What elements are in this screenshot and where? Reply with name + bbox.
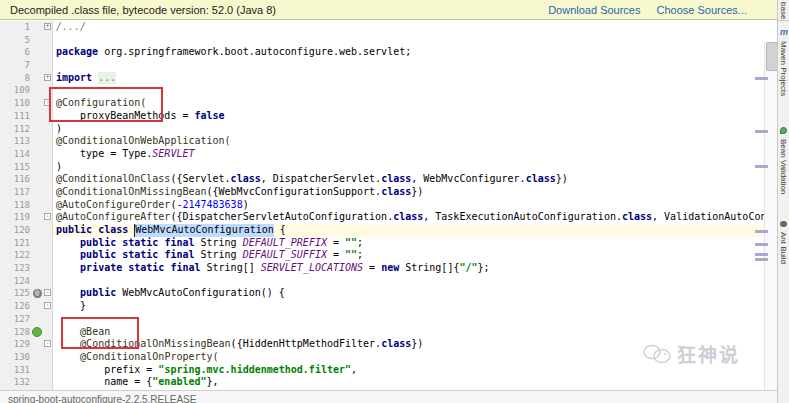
fold-box-icon[interactable]: - bbox=[44, 340, 51, 347]
code-token: String[] bbox=[201, 262, 261, 275]
code-line-8[interactable]: 8+import ... bbox=[0, 72, 764, 85]
vertical-scrollbar[interactable] bbox=[764, 42, 777, 390]
code-token: ; bbox=[357, 249, 363, 262]
watermark-logo-icon bbox=[642, 343, 672, 365]
line-number: 132 bbox=[0, 376, 30, 389]
code-token: String[]{ bbox=[399, 262, 459, 275]
breadcrumb-bar[interactable]: spring-boot-autoconfigure-2.2.5.RELEASE bbox=[0, 390, 777, 403]
line-number: 111 bbox=[0, 110, 30, 123]
code-line-5[interactable]: 5 bbox=[0, 34, 764, 47]
breadcrumb-text[interactable]: spring-boot-autoconfigure-2.2.5.RELEASE bbox=[8, 394, 196, 403]
line-number: 126 bbox=[0, 300, 30, 313]
line-number: 7 bbox=[0, 59, 30, 72]
line-number: 5 bbox=[0, 34, 30, 47]
code-token: String bbox=[194, 237, 242, 250]
code-line-1[interactable]: 1+/.../ bbox=[0, 21, 764, 34]
code-line-122[interactable]: 122 public static final String DEFAULT_S… bbox=[0, 249, 764, 262]
code-token bbox=[56, 287, 80, 300]
code-token: prefix = bbox=[56, 364, 158, 377]
line-number: 116 bbox=[0, 173, 30, 186]
code-line-114[interactable]: 114 type = Type.SERVLET bbox=[0, 148, 764, 161]
code-line-116[interactable]: 116@ConditionalOnClass({Servlet.class, D… bbox=[0, 173, 764, 186]
code-token: org.springframework.boot.autoconfigure.w… bbox=[98, 46, 411, 59]
code-line-125[interactable]: 125@- public WebMvcAutoConfiguration() { bbox=[0, 287, 764, 300]
tab-maven-projects[interactable]: Maven Projects bbox=[779, 41, 788, 96]
line-number: 114 bbox=[0, 148, 30, 161]
fold-box-icon[interactable]: + bbox=[44, 23, 51, 30]
fold-box-icon[interactable]: - bbox=[44, 289, 51, 296]
code-line-118[interactable]: 118@AutoConfigureOrder(-2147483638) bbox=[0, 199, 764, 212]
annotation-gutter-icon[interactable]: @ bbox=[33, 289, 42, 298]
code-token: name = { bbox=[56, 376, 152, 389]
line-number: 113 bbox=[0, 135, 30, 148]
line-number: 118 bbox=[0, 199, 30, 212]
code-line-119[interactable]: 119-@AutoConfigureAfter({DispatcherServl… bbox=[0, 211, 764, 224]
download-sources-link[interactable]: Download Sources bbox=[548, 4, 640, 16]
code-line-112[interactable]: 112) bbox=[0, 123, 764, 136]
line-number: 117 bbox=[0, 186, 30, 199]
code-line-120[interactable]: 120public class WebMvcAutoConfiguration … bbox=[0, 224, 764, 237]
tab-database[interactable]: base bbox=[779, 2, 788, 19]
notification-message: Decompiled .class file, bytecode version… bbox=[10, 4, 276, 16]
code-token: class bbox=[381, 338, 411, 351]
line-number: 124 bbox=[0, 275, 30, 288]
code-line-124[interactable]: 124 bbox=[0, 275, 764, 288]
code-token: @ConditionalOnWebApplication( bbox=[56, 135, 231, 148]
fold-box-icon[interactable]: - bbox=[44, 302, 51, 309]
code-line-126[interactable]: 126- } bbox=[0, 300, 764, 313]
line-number: 130 bbox=[0, 351, 30, 364]
line-number: 110 bbox=[0, 97, 30, 110]
fold-box-icon[interactable]: + bbox=[44, 74, 51, 81]
code-line-117[interactable]: 117@ConditionalOnMissingBean({WebMvcConf… bbox=[0, 186, 764, 199]
line-number: 8 bbox=[0, 72, 30, 85]
code-token: -2147483638 bbox=[176, 199, 242, 212]
scrollbar-thumb[interactable] bbox=[766, 42, 777, 71]
code-token: class bbox=[526, 173, 556, 186]
code-line-115[interactable]: 115) bbox=[0, 161, 764, 174]
code-token: DEFAULT_PREFIX bbox=[243, 237, 327, 250]
code-token: /.../ bbox=[56, 21, 86, 34]
maven-icon: m bbox=[780, 28, 788, 37]
code-token: @ConditionalOnClass bbox=[56, 173, 170, 186]
error-stripe-mark bbox=[755, 253, 768, 256]
ide-window: { "notification": { "message": "Decompil… bbox=[0, 0, 789, 403]
code-line-113[interactable]: 113@ConditionalOnWebApplication( bbox=[0, 135, 764, 148]
code-token: , TaskExecutionAutoConfiguration. bbox=[423, 211, 622, 224]
choose-sources-link[interactable]: Choose Sources... bbox=[657, 4, 748, 16]
code-line-123[interactable]: 123 private static final String[] SERVLE… bbox=[0, 262, 764, 275]
line-number: 119 bbox=[0, 211, 30, 224]
code-line-6[interactable]: 6package org.springframework.boot.autoco… bbox=[0, 46, 764, 59]
code-token: ({WebMvcConfigurationSupport. bbox=[207, 186, 382, 199]
code-token: public bbox=[80, 287, 116, 300]
tool-window-bar: base m Maven Projects Bean Validation An… bbox=[777, 0, 789, 403]
toolbar-divider bbox=[778, 20, 789, 21]
tab-ant-build[interactable]: Ant Build bbox=[779, 232, 788, 264]
code-token: import bbox=[56, 72, 92, 85]
line-number: 122 bbox=[0, 249, 30, 262]
bean-validation-icon bbox=[780, 127, 787, 134]
code-line-121[interactable]: 121 public static final String DEFAULT_P… bbox=[0, 237, 764, 250]
code-token: new bbox=[381, 262, 399, 275]
line-number: 125 bbox=[0, 287, 30, 300]
code-token: ; bbox=[357, 237, 363, 250]
watermark: 狂神说 bbox=[642, 340, 740, 367]
fold-box-icon[interactable]: - bbox=[44, 213, 51, 220]
code-token bbox=[56, 262, 80, 275]
tab-bean-validation[interactable]: Bean Validation bbox=[779, 139, 788, 194]
code-token: SERVLET_LOCATIONS bbox=[261, 262, 363, 275]
code-token: = bbox=[327, 237, 345, 250]
code-token: type = Type. bbox=[56, 148, 152, 161]
error-stripe-mark bbox=[755, 258, 768, 261]
code-token: { bbox=[274, 224, 286, 237]
line-number: 109 bbox=[0, 84, 30, 97]
code-line-132[interactable]: 132 name = {"enabled"}, bbox=[0, 376, 764, 389]
code-token: }) bbox=[556, 173, 568, 186]
code-token: private static final bbox=[80, 262, 200, 275]
error-stripe-mark bbox=[755, 243, 768, 246]
line-number: 1 bbox=[0, 21, 30, 34]
code-token: "spring.mvc.hiddenmethod.filter" bbox=[158, 364, 351, 377]
code-token: ) bbox=[56, 161, 62, 174]
code-token: ) bbox=[243, 199, 249, 212]
code-line-7[interactable]: 7 bbox=[0, 59, 764, 72]
spring-bean-gutter-icon[interactable] bbox=[32, 327, 42, 337]
